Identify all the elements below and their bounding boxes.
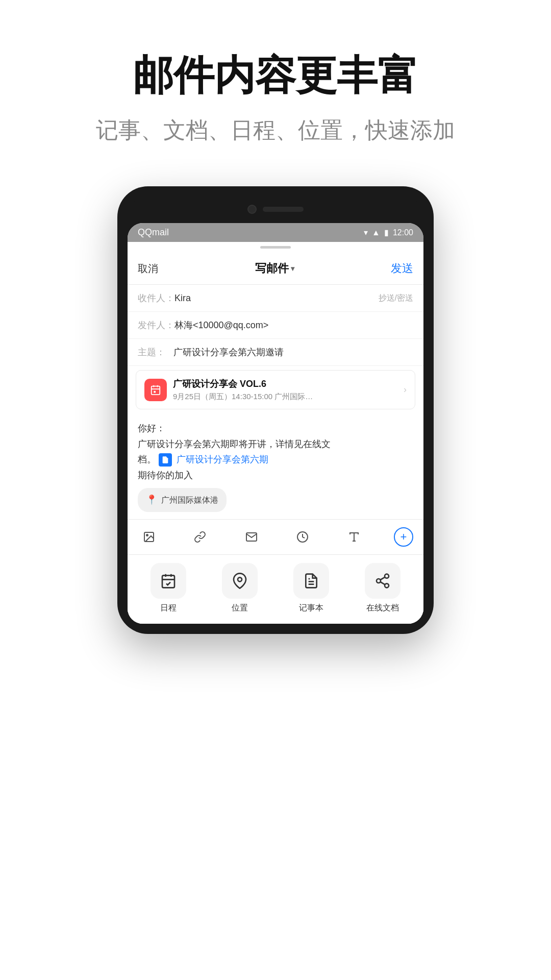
status-bar: QQmail ▾ ▲ ▮ 12:00 [128, 223, 423, 242]
note-label: 记事本 [299, 603, 323, 614]
clock-icon[interactable] [291, 526, 314, 548]
mail-icon[interactable] [240, 526, 263, 548]
event-calendar-icon [144, 379, 167, 401]
action-online-doc[interactable]: 在线文档 [347, 563, 418, 614]
svg-point-19 [385, 583, 389, 587]
location-tag-text: 广州国际媒体港 [161, 493, 218, 507]
subject-value[interactable]: 广研设计分享会第六期邀请 [173, 346, 413, 358]
svg-point-14 [238, 577, 242, 581]
compose-nav: 取消 写邮件 ▾ 发送 [128, 253, 423, 285]
online-doc-label: 在线文档 [366, 603, 399, 614]
location-icon-box [222, 563, 258, 599]
from-value[interactable]: 林海<10000@qq.com> [174, 319, 413, 331]
subject-label: 主题： [138, 346, 173, 358]
location-label: 位置 [232, 603, 248, 614]
event-title: 广研设计分享会 VOL.6 [173, 378, 397, 390]
action-note[interactable]: 记事本 [276, 563, 347, 614]
svg-rect-0 [152, 386, 160, 395]
page-title: 邮件内容更丰富 [31, 51, 520, 100]
bottom-actions: 日程 位置 [128, 554, 423, 624]
greeting-line: 你好： [138, 421, 413, 436]
svg-point-6 [146, 534, 148, 536]
app-name: QQmail [138, 227, 169, 238]
front-camera [247, 205, 257, 214]
action-calendar[interactable]: 日程 [133, 563, 204, 614]
compose-title: 写邮件 ▾ [255, 261, 294, 276]
note-icon-box [293, 563, 329, 599]
online-doc-icon-box [365, 563, 400, 599]
location-tag[interactable]: 📍 广州国际媒体港 [138, 488, 227, 512]
from-field: 发件人： 林海<10000@qq.com> [128, 312, 423, 339]
calendar-icon-box [151, 563, 186, 599]
svg-point-17 [385, 574, 389, 578]
to-label: 收件人： [138, 292, 174, 304]
cc-label[interactable]: 抄送/密送 [379, 293, 413, 304]
event-info: 广研设计分享会 VOL.6 9月25日（周五）14:30-15:00 广州国际… [173, 378, 397, 402]
event-details: 9月25日（周五）14:30-15:00 广州国际… [173, 392, 397, 402]
calendar-label: 日程 [160, 603, 177, 614]
compose-toolbar: + [128, 519, 423, 554]
page-header: 邮件内容更丰富 记事、文档、日程、位置，快速添加 [0, 0, 551, 166]
svg-line-21 [380, 577, 385, 580]
pull-bar [260, 246, 291, 249]
page-subtitle: 记事、文档、日程、位置，快速添加 [31, 115, 520, 145]
to-value[interactable]: Kira [174, 293, 379, 304]
body-line2: 档。 广研设计分享会第六期 [138, 452, 413, 468]
compose-title-text: 写邮件 [255, 261, 289, 276]
signal-icon: ▲ [372, 228, 380, 237]
title-dropdown-icon: ▾ [291, 264, 294, 273]
body-line1: 广研设计分享会第六期即将开讲，详情见在线文 [138, 436, 413, 452]
to-field: 收件人： Kira 抄送/密送 [128, 285, 423, 312]
svg-point-18 [377, 579, 381, 583]
subject-field: 主题： 广研设计分享会第六期邀请 [128, 339, 423, 366]
body-line3: 期待你的加入 [138, 468, 413, 483]
svg-line-20 [380, 582, 385, 584]
plus-icon: + [400, 530, 407, 544]
email-compose: 取消 写邮件 ▾ 发送 收件人： Kira 抄送/密送 发件人： 林海<1000… [128, 253, 423, 624]
from-label: 发件人： [138, 319, 174, 331]
battery-icon: ▮ [384, 228, 389, 237]
send-button[interactable]: 发送 [391, 261, 413, 276]
time-display: 12:00 [393, 228, 413, 237]
wifi-icon: ▾ [364, 228, 368, 237]
doc-inline-icon [159, 453, 172, 467]
speaker [263, 207, 304, 212]
phone-frame: QQmail ▾ ▲ ▮ 12:00 取消 写邮件 ▾ 发送 [117, 186, 434, 634]
phone-screen: QQmail ▾ ▲ ▮ 12:00 取消 写邮件 ▾ 发送 [128, 223, 423, 624]
status-icons: ▾ ▲ ▮ 12:00 [364, 228, 413, 237]
event-arrow-icon: › [404, 384, 407, 395]
action-location[interactable]: 位置 [204, 563, 276, 614]
add-button[interactable]: + [394, 527, 413, 547]
svg-rect-10 [162, 575, 174, 587]
link-icon[interactable] [189, 526, 211, 548]
image-icon[interactable] [138, 526, 160, 548]
svg-rect-4 [154, 390, 156, 393]
doc-link[interactable]: 广研设计分享会第六期 [177, 454, 268, 464]
cancel-button[interactable]: 取消 [138, 262, 158, 276]
camera-bar [247, 205, 304, 214]
pull-indicator [128, 242, 423, 253]
text-format-icon[interactable] [343, 526, 365, 548]
event-card[interactable]: 广研设计分享会 VOL.6 9月25日（周五）14:30-15:00 广州国际…… [136, 370, 415, 409]
location-tag-icon: 📍 [146, 492, 157, 508]
email-body[interactable]: 你好： 广研设计分享会第六期即将开讲，详情见在线文 档。 广研设计分享会第六期 … [128, 413, 423, 519]
phone-notch [128, 197, 423, 223]
